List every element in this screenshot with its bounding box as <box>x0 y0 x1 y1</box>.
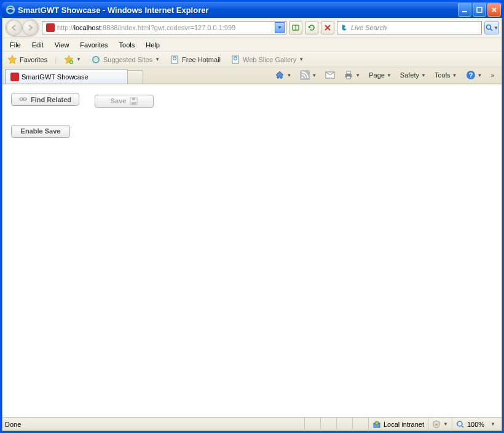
page-icon <box>170 55 179 65</box>
ie-small-icon <box>91 55 101 65</box>
status-text: Done <box>5 421 304 428</box>
svg-rect-2 <box>477 7 482 12</box>
home-button[interactable]: ▼ <box>272 69 294 81</box>
site-icon <box>10 73 19 81</box>
tab-bar: SmartGWT Showcase ▼ ▼ ▼ Page▼ Safety▼ To… <box>2 67 502 84</box>
zoom-control[interactable]: 100% ▼ <box>452 418 499 431</box>
compat-button[interactable] <box>289 21 302 34</box>
svg-point-4 <box>487 25 491 30</box>
zoom-icon <box>456 420 465 429</box>
site-icon <box>46 23 55 32</box>
new-tab-button[interactable] <box>127 70 143 84</box>
url-text: http://localhost:8888/index.html?gwt.cod… <box>57 24 275 31</box>
safety-menu[interactable]: Safety▼ <box>398 70 428 80</box>
svg-rect-22 <box>132 98 135 100</box>
svg-point-27 <box>457 421 462 426</box>
svg-rect-1 <box>462 11 467 12</box>
svg-point-6 <box>93 57 99 63</box>
menu-help[interactable]: Help <box>141 39 165 50</box>
feeds-button[interactable]: ▼ <box>297 69 319 81</box>
status-cell <box>336 418 352 431</box>
page-icon <box>230 55 240 65</box>
nav-toolbar: http://localhost:8888/index.html?gwt.cod… <box>2 18 502 38</box>
svg-point-0 <box>7 6 14 14</box>
favorites-button[interactable]: Favorites <box>5 54 50 66</box>
search-box[interactable]: Live Search <box>337 21 482 34</box>
link-icon <box>19 95 27 103</box>
url-dropdown[interactable] <box>275 22 285 33</box>
add-favorite-button[interactable]: ▼ <box>61 54 84 66</box>
search-placeholder: Live Search <box>351 24 387 31</box>
back-button[interactable] <box>6 20 22 36</box>
rss-icon <box>300 70 310 80</box>
bing-icon <box>340 23 348 32</box>
web-slice-button[interactable]: Web Slice Gallery ▼ <box>228 54 306 66</box>
protected-mode[interactable]: ▼ <box>428 418 452 431</box>
home-icon <box>275 70 285 80</box>
search-button[interactable]: ▼ <box>484 21 499 34</box>
forward-button[interactable] <box>22 20 38 36</box>
svg-rect-23 <box>132 102 136 105</box>
read-mail-button[interactable] <box>323 70 337 81</box>
menu-file[interactable]: File <box>5 39 26 50</box>
shield-lock-icon <box>432 420 441 429</box>
tab-smartgwt[interactable]: SmartGWT Showcase <box>5 69 128 84</box>
menu-bar: File Edit View Favorites Tools Help <box>2 38 502 51</box>
security-zone[interactable]: Local intranet <box>368 418 428 431</box>
svg-rect-26 <box>435 424 438 426</box>
menu-view[interactable]: View <box>50 39 74 50</box>
refresh-button[interactable] <box>305 21 318 34</box>
help-button[interactable]: ?▼ <box>463 69 485 81</box>
stop-button[interactable] <box>321 21 334 34</box>
status-bar: Done Local intranet ▼ 100% ▼ <box>2 417 502 431</box>
print-button[interactable]: ▼ <box>341 69 363 81</box>
status-cell <box>304 418 320 431</box>
favorites-bar: Favorites | ▼ Suggested Sites ▼ Free Hot… <box>2 51 502 67</box>
window-title: SmartGWT Showcase - Windows Internet Exp… <box>18 6 458 15</box>
status-cell <box>352 418 368 431</box>
close-button[interactable] <box>487 3 501 17</box>
tab-title: SmartGWT Showcase <box>22 73 89 81</box>
menu-favorites[interactable]: Favorites <box>75 39 112 50</box>
svg-rect-11 <box>300 70 310 80</box>
mail-icon <box>325 71 335 79</box>
svg-rect-16 <box>347 76 350 79</box>
print-icon <box>344 70 353 80</box>
suggested-sites-button[interactable]: Suggested Sites ▼ <box>89 54 162 66</box>
minimize-button[interactable] <box>458 3 471 17</box>
free-hotmail-button[interactable]: Free Hotmail <box>167 54 223 66</box>
status-cell <box>320 418 336 431</box>
menu-edit[interactable]: Edit <box>27 39 49 50</box>
ie-icon <box>6 5 15 15</box>
menu-tools[interactable]: Tools <box>114 39 140 50</box>
svg-point-12 <box>302 77 304 79</box>
page-content: Find Related Save Enable Save <box>2 84 502 417</box>
find-related-button[interactable]: Find Related <box>11 93 79 106</box>
page-menu[interactable]: Page▼ <box>366 70 394 80</box>
zone-icon <box>372 420 381 429</box>
svg-rect-15 <box>347 71 350 74</box>
address-bar[interactable]: http://localhost:8888/index.html?gwt.cod… <box>42 21 286 34</box>
enable-save-button[interactable]: Enable Save <box>11 125 70 138</box>
star-add-icon <box>64 55 74 65</box>
svg-point-25 <box>375 421 379 425</box>
more-chevron[interactable]: » <box>488 71 497 80</box>
save-button[interactable]: Save <box>95 95 154 108</box>
help-icon: ? <box>466 70 476 80</box>
maximize-button[interactable] <box>473 3 486 17</box>
save-icon <box>130 97 138 105</box>
star-icon <box>7 55 17 65</box>
titlebar: SmartGWT Showcase - Windows Internet Exp… <box>2 2 502 18</box>
tools-menu[interactable]: Tools▼ <box>432 70 460 80</box>
svg-text:?: ? <box>468 71 473 79</box>
